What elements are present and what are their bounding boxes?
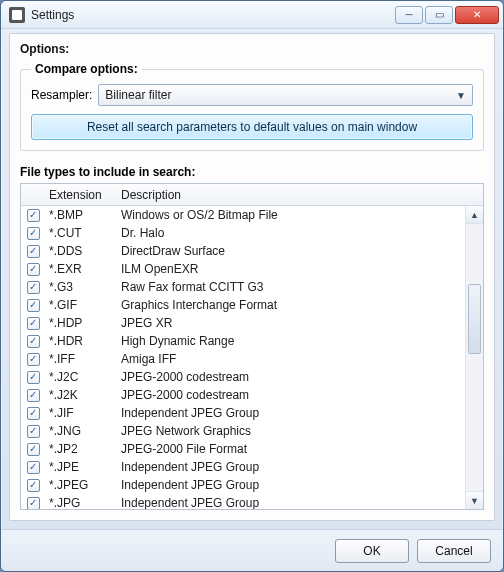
row-checkbox[interactable]: ✓ bbox=[21, 263, 45, 276]
row-checkbox[interactable]: ✓ bbox=[21, 335, 45, 348]
ok-button[interactable]: OK bbox=[335, 539, 409, 563]
row-checkbox[interactable]: ✓ bbox=[21, 407, 45, 420]
row-extension: *.BMP bbox=[45, 208, 117, 222]
row-description: ILM OpenEXR bbox=[117, 262, 465, 276]
row-description: Raw Fax format CCITT G3 bbox=[117, 280, 465, 294]
row-checkbox[interactable]: ✓ bbox=[21, 389, 45, 402]
row-description: JPEG XR bbox=[117, 316, 465, 330]
table-row[interactable]: ✓*.JPEIndependent JPEG Group bbox=[21, 458, 465, 476]
close-button[interactable]: ✕ bbox=[455, 6, 499, 24]
row-checkbox[interactable]: ✓ bbox=[21, 209, 45, 222]
window-title: Settings bbox=[31, 8, 74, 22]
row-description: JPEG Network Graphics bbox=[117, 424, 465, 438]
table-row[interactable]: ✓*.J2KJPEG-2000 codestream bbox=[21, 386, 465, 404]
row-extension: *.J2K bbox=[45, 388, 117, 402]
resampler-row: Resampler: Bilinear filter ▼ bbox=[31, 84, 473, 106]
grid-body: ✓*.BMPWindows or OS/2 Bitmap File✓*.CUTD… bbox=[21, 206, 483, 509]
table-row[interactable]: ✓*.JPGIndependent JPEG Group bbox=[21, 494, 465, 509]
resampler-select[interactable]: Bilinear filter ▼ bbox=[98, 84, 473, 106]
row-checkbox[interactable]: ✓ bbox=[21, 227, 45, 240]
resampler-value: Bilinear filter bbox=[105, 88, 171, 102]
compare-legend: Compare options: bbox=[31, 62, 142, 76]
row-checkbox[interactable]: ✓ bbox=[21, 245, 45, 258]
table-row[interactable]: ✓*.G3Raw Fax format CCITT G3 bbox=[21, 278, 465, 296]
row-extension: *.JIF bbox=[45, 406, 117, 420]
table-row[interactable]: ✓*.J2CJPEG-2000 codestream bbox=[21, 368, 465, 386]
table-row[interactable]: ✓*.JNGJPEG Network Graphics bbox=[21, 422, 465, 440]
table-row[interactable]: ✓*.DDSDirectDraw Surface bbox=[21, 242, 465, 260]
row-description: Independent JPEG Group bbox=[117, 406, 465, 420]
table-row[interactable]: ✓*.JP2JPEG-2000 File Format bbox=[21, 440, 465, 458]
row-extension: *.EXR bbox=[45, 262, 117, 276]
column-extension[interactable]: Extension bbox=[45, 188, 117, 202]
minimize-button[interactable]: ─ bbox=[395, 6, 423, 24]
scroll-track[interactable] bbox=[466, 224, 483, 491]
row-description: Independent JPEG Group bbox=[117, 478, 465, 492]
column-description[interactable]: Description bbox=[117, 188, 465, 202]
settings-window: Settings ─ ▭ ✕ Options: Compare options:… bbox=[0, 0, 504, 572]
table-row[interactable]: ✓*.CUTDr. Halo bbox=[21, 224, 465, 242]
titlebar[interactable]: Settings ─ ▭ ✕ bbox=[1, 1, 503, 29]
row-extension: *.JP2 bbox=[45, 442, 117, 456]
maximize-button[interactable]: ▭ bbox=[425, 6, 453, 24]
scroll-up-icon[interactable]: ▲ bbox=[466, 206, 483, 224]
row-description: DirectDraw Surface bbox=[117, 244, 465, 258]
row-checkbox[interactable]: ✓ bbox=[21, 479, 45, 492]
reset-button-label: Reset all search parameters to default v… bbox=[87, 120, 417, 134]
row-description: Windows or OS/2 Bitmap File bbox=[117, 208, 465, 222]
row-description: JPEG-2000 codestream bbox=[117, 388, 465, 402]
row-checkbox[interactable]: ✓ bbox=[21, 299, 45, 312]
table-row[interactable]: ✓*.JPEGIndependent JPEG Group bbox=[21, 476, 465, 494]
row-description: Independent JPEG Group bbox=[117, 496, 465, 509]
cancel-button[interactable]: Cancel bbox=[417, 539, 491, 563]
row-description: Amiga IFF bbox=[117, 352, 465, 366]
dialog-footer: OK Cancel bbox=[1, 529, 503, 571]
scroll-thumb[interactable] bbox=[468, 284, 481, 354]
scroll-down-icon[interactable]: ▼ bbox=[466, 491, 483, 509]
row-extension: *.JPEG bbox=[45, 478, 117, 492]
row-checkbox[interactable]: ✓ bbox=[21, 353, 45, 366]
resampler-label: Resampler: bbox=[31, 88, 92, 102]
row-checkbox[interactable]: ✓ bbox=[21, 281, 45, 294]
row-checkbox[interactable]: ✓ bbox=[21, 497, 45, 510]
row-description: Independent JPEG Group bbox=[117, 460, 465, 474]
filetypes-heading: File types to include in search: bbox=[20, 165, 484, 179]
row-description: JPEG-2000 codestream bbox=[117, 370, 465, 384]
row-description: JPEG-2000 File Format bbox=[117, 442, 465, 456]
table-row[interactable]: ✓*.BMPWindows or OS/2 Bitmap File bbox=[21, 206, 465, 224]
window-controls: ─ ▭ ✕ bbox=[395, 6, 499, 24]
row-extension: *.JPG bbox=[45, 496, 117, 509]
row-description: Graphics Interchange Format bbox=[117, 298, 465, 312]
table-row[interactable]: ✓*.HDPJPEG XR bbox=[21, 314, 465, 332]
row-description: High Dynamic Range bbox=[117, 334, 465, 348]
row-extension: *.JNG bbox=[45, 424, 117, 438]
reset-search-button[interactable]: Reset all search parameters to default v… bbox=[31, 114, 473, 140]
row-extension: *.JPE bbox=[45, 460, 117, 474]
filetypes-grid: Extension Description ✓*.BMPWindows or O… bbox=[20, 183, 484, 510]
row-extension: *.HDP bbox=[45, 316, 117, 330]
row-checkbox[interactable]: ✓ bbox=[21, 425, 45, 438]
table-row[interactable]: ✓*.GIFGraphics Interchange Format bbox=[21, 296, 465, 314]
row-description: Dr. Halo bbox=[117, 226, 465, 240]
content-panel: Options: Compare options: Resampler: Bil… bbox=[9, 33, 495, 521]
app-icon bbox=[9, 7, 25, 23]
row-checkbox[interactable]: ✓ bbox=[21, 443, 45, 456]
table-row[interactable]: ✓*.JIFIndependent JPEG Group bbox=[21, 404, 465, 422]
row-checkbox[interactable]: ✓ bbox=[21, 371, 45, 384]
row-extension: *.J2C bbox=[45, 370, 117, 384]
row-extension: *.G3 bbox=[45, 280, 117, 294]
table-row[interactable]: ✓*.IFFAmiga IFF bbox=[21, 350, 465, 368]
chevron-down-icon: ▼ bbox=[456, 90, 466, 101]
row-extension: *.CUT bbox=[45, 226, 117, 240]
compare-options-group: Compare options: Resampler: Bilinear fil… bbox=[20, 62, 484, 151]
table-row[interactable]: ✓*.HDRHigh Dynamic Range bbox=[21, 332, 465, 350]
row-extension: *.IFF bbox=[45, 352, 117, 366]
row-extension: *.GIF bbox=[45, 298, 117, 312]
row-checkbox[interactable]: ✓ bbox=[21, 317, 45, 330]
vertical-scrollbar[interactable]: ▲ ▼ bbox=[465, 206, 483, 509]
grid-header[interactable]: Extension Description bbox=[21, 184, 483, 206]
row-checkbox[interactable]: ✓ bbox=[21, 461, 45, 474]
table-row[interactable]: ✓*.EXRILM OpenEXR bbox=[21, 260, 465, 278]
row-extension: *.DDS bbox=[45, 244, 117, 258]
options-heading: Options: bbox=[20, 42, 484, 56]
